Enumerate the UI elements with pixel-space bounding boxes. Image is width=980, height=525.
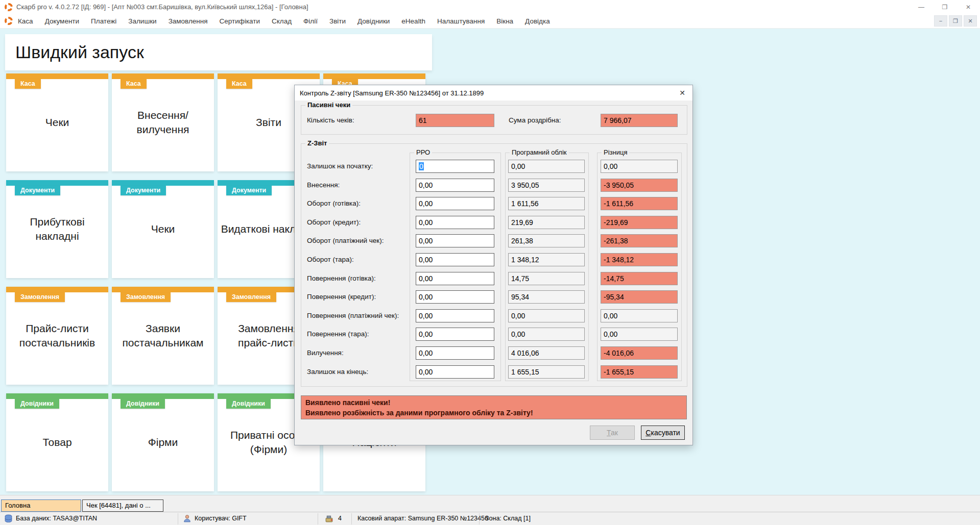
program-column-header: Програмний облік xyxy=(510,148,569,156)
taskbar-tab[interactable]: Головна xyxy=(1,499,81,512)
dialog-title: Контроль Z-звіту [Samsung ER-350 №123456… xyxy=(300,89,484,97)
user-status: Користувач: GIFT xyxy=(195,515,247,522)
diff-value: 0,00 xyxy=(601,160,678,173)
minimize-button[interactable]: — xyxy=(910,0,933,14)
menu-item[interactable]: Каса xyxy=(18,17,33,25)
menu-item[interactable]: eHealth xyxy=(401,17,425,25)
zreport-dialog: Контроль Z-звіту [Samsung ER-350 №123456… xyxy=(294,85,693,445)
menu-item[interactable]: Платежі xyxy=(91,17,116,25)
rro-input[interactable]: 0,00 xyxy=(416,272,494,285)
divider xyxy=(479,513,480,524)
menu-item[interactable]: Звіти xyxy=(329,17,346,25)
tile[interactable]: ЗамовленняПрайс-листи постачальників xyxy=(6,287,108,385)
rro-input[interactable]: 0,00 xyxy=(416,309,494,322)
menu-item[interactable]: Сертифікати xyxy=(220,17,260,25)
tile[interactable]: ДовідникиТовар xyxy=(6,393,108,491)
row-label: Повернення (кредит): xyxy=(307,290,415,304)
row-label: Повернення (платіжний чек): xyxy=(307,309,415,322)
program-value: 0,00 xyxy=(508,160,585,173)
row-label: Внесення: xyxy=(307,179,415,192)
warning-line: Виявлено розбіжність за даними програмно… xyxy=(305,408,682,418)
rro-input[interactable]: 0,00 xyxy=(416,197,494,210)
tile-label: Внесення/вилучення xyxy=(112,73,214,171)
program-value: 1 655,15 xyxy=(508,365,585,379)
divider xyxy=(351,513,352,524)
program-value: 4 016,06 xyxy=(508,346,585,360)
tile-label: Прибуткові накладні xyxy=(6,180,108,278)
menu-item[interactable]: Довідка xyxy=(525,17,550,25)
menu-item[interactable]: Філії xyxy=(303,17,318,25)
dialog-titlebar: Контроль Z-звіту [Samsung ER-350 №123456… xyxy=(295,85,692,101)
menu-item[interactable]: Замовлення xyxy=(169,17,208,25)
menu-item[interactable]: Налаштування xyxy=(437,17,485,25)
program-value: 95,34 xyxy=(508,290,585,304)
quick-launch-banner: Швидкий запуск xyxy=(5,34,432,70)
rro-input[interactable]: 0,00 xyxy=(416,290,494,304)
rro-input[interactable]: 0,00 xyxy=(416,234,494,247)
taskbar: Головна Чек [64481], дані о ... xyxy=(0,495,980,512)
diff-value: 0,00 xyxy=(601,328,678,341)
tile-label: Заявки постачальникам xyxy=(112,287,214,385)
row-label: Залишок на кінець: xyxy=(307,365,415,379)
tile[interactable]: КасаЧеки xyxy=(6,73,108,171)
diff-value: -1 348,12 xyxy=(601,253,678,266)
row-label: Оборот (готівка): xyxy=(307,197,415,210)
passive-group-label: Пасивні чеки xyxy=(305,101,352,109)
diff-column-header: Різниця xyxy=(602,148,629,156)
mdi-restore-button[interactable]: ❐ xyxy=(949,15,962,27)
menu-bar: КасаДокументиПлатежіЗалишкиЗамовленняСер… xyxy=(0,14,980,29)
tile[interactable]: ЗамовленняЗаявки постачальникам xyxy=(112,287,214,385)
checks-count-label: Кількість чеків: xyxy=(307,114,354,127)
user-icon xyxy=(183,514,192,523)
divider xyxy=(178,513,178,524)
diff-value: -14,75 xyxy=(601,272,678,285)
retail-sum-value: 7 966,07 xyxy=(601,114,678,127)
diff-value: 0,00 xyxy=(601,309,678,322)
taskbar-tab[interactable]: Чек [64481], дані о ... xyxy=(82,499,163,512)
tile[interactable]: ДокументиЧеки xyxy=(112,180,214,278)
close-button[interactable]: ✕ xyxy=(957,0,980,14)
tile[interactable]: ДокументиПрибуткові накладні xyxy=(6,180,108,278)
register-status: Касовий апарат: Samsung ER-350 №123456 xyxy=(357,515,488,522)
menu-items: КасаДокументиПлатежіЗалишкиЗамовленняСер… xyxy=(18,17,550,25)
app-logo-icon xyxy=(5,17,13,25)
zreport-group-label: Z-Звіт xyxy=(305,139,329,147)
menu-item[interactable]: Залишки xyxy=(128,17,156,25)
diff-value: -1 655,15 xyxy=(601,365,678,379)
rro-input[interactable]: 0 xyxy=(416,160,494,173)
dialog-close-icon[interactable]: ✕ xyxy=(672,85,692,101)
window-title: Скарб pro v. 4.0.2.72 [ІД: 969] - [Апт №… xyxy=(16,3,308,11)
rro-input[interactable]: 0,00 xyxy=(416,179,494,192)
tile-label: Товар xyxy=(6,393,108,491)
rro-input[interactable]: 0,00 xyxy=(416,346,494,360)
row-label: Вилучення: xyxy=(307,346,415,360)
database-status: База даних: TASA3@TITAN xyxy=(16,515,97,522)
yes-button[interactable]: Так xyxy=(590,426,635,440)
tile[interactable]: ДовідникиФірми xyxy=(112,393,214,491)
divider xyxy=(318,513,318,524)
program-value: 1 348,12 xyxy=(508,253,585,266)
tile-label: Чеки xyxy=(112,180,214,278)
rro-input[interactable]: 0,00 xyxy=(416,328,494,341)
cancel-button[interactable]: Скасувати xyxy=(641,426,685,440)
rro-input[interactable]: 0,00 xyxy=(416,365,494,379)
diff-value: -4 016,06 xyxy=(601,346,678,360)
rro-input[interactable]: 0,00 xyxy=(416,253,494,266)
row-label: Оборот (платіжний чек): xyxy=(307,234,415,247)
mdi-close-button[interactable]: ✕ xyxy=(964,15,977,27)
tile-label: Чеки xyxy=(6,73,108,171)
tile[interactable]: КасаВнесення/вилучення xyxy=(112,73,214,171)
menu-item[interactable]: Вікна xyxy=(496,17,513,25)
rro-column-header: РРО xyxy=(414,148,432,156)
program-value: 3 950,05 xyxy=(508,179,585,192)
program-value: 0,00 xyxy=(508,309,585,322)
menu-item[interactable]: Довідники xyxy=(357,17,390,25)
restore-button[interactable]: ❐ xyxy=(933,0,957,14)
program-value: 219,69 xyxy=(508,216,585,229)
row-label: Повернення (тара): xyxy=(307,328,415,341)
row-label: Оборот (кредит): xyxy=(307,216,415,229)
mdi-minimize-button[interactable]: − xyxy=(934,15,947,27)
menu-item[interactable]: Склад xyxy=(272,17,292,25)
menu-item[interactable]: Документи xyxy=(45,17,79,25)
rro-input[interactable]: 0,00 xyxy=(416,216,494,229)
